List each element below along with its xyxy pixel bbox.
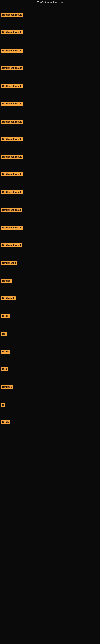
badge-label-7: Bottleneck result [1,120,23,124]
badge-label-14: Bottleneck resul [1,243,22,247]
bottleneck-badge-13: Bottleneck result [1,226,23,230]
bottleneck-badge-22: Bottlene [1,385,13,390]
badge-label-4: Bottleneck result [1,66,23,70]
bottleneck-badge-7: Bottleneck result [1,120,23,124]
bottleneck-badge-6: Bottleneck result [1,102,23,106]
bottleneck-badge-16: Bottlen [1,279,12,284]
bottleneck-badge-19: Bo [1,332,7,337]
badge-label-18: Bottle [1,314,10,318]
badge-label-23: B [1,403,5,407]
bottleneck-badge-23: B [1,403,5,408]
badge-label-5: Bottleneck result [1,84,23,88]
badge-label-15: Bottleneck r [1,261,17,265]
bottleneck-badge-4: Bottleneck result [1,66,23,71]
bottleneck-badge-18: Bottle [1,314,10,319]
bottleneck-badge-9: Bottleneck result [1,155,23,160]
badge-label-13: Bottleneck result [1,226,23,230]
bottleneck-badge-21: Bott [1,367,8,372]
bottleneck-badge-14: Bottleneck resul [1,243,22,248]
badge-label-2: Bottleneck result [1,30,23,34]
badge-label-24: Bottle [1,420,10,424]
site-title-container: TheBottlenecker.com [0,0,100,6]
badge-label-16: Bottlen [1,279,12,283]
badge-label-20: Bottle [1,350,10,354]
bottleneck-badge-1: Bottleneck result [1,13,23,18]
bottleneck-badge-11: Bottleneck result [1,190,23,195]
badge-label-21: Bott [1,367,8,371]
badge-label-22: Bottlene [1,385,13,389]
bottleneck-badge-12: Bottleneck resul [1,208,22,213]
badge-label-19: Bo [1,332,7,336]
badge-label-1: Bottleneck result [1,13,23,17]
badge-label-9: Bottleneck result [1,155,23,159]
badges-container: Bottleneck resultBottleneck resultBottle… [0,6,100,637]
site-title: TheBottlenecker.com [0,0,100,6]
badge-label-11: Bottleneck result [1,190,23,194]
bottleneck-badge-3: Bottleneck result [1,48,23,53]
bottleneck-badge-2: Bottleneck result [1,30,23,35]
badge-label-6: Bottleneck result [1,102,23,106]
bottleneck-badge-24: Bottle [1,420,10,425]
badge-label-12: Bottleneck resul [1,208,22,212]
badge-label-3: Bottleneck result [1,48,23,52]
bottleneck-badge-10: Bottleneck result [1,172,23,177]
bottleneck-badge-20: Bottle [1,350,10,354]
badge-label-8: Bottleneck result [1,138,23,142]
bottleneck-badge-5: Bottleneck result [1,84,23,89]
bottleneck-badge-8: Bottleneck result [1,138,23,142]
bottleneck-badge-15: Bottleneck r [1,261,17,266]
badge-label-17: Bottleneck [1,296,16,300]
badge-label-10: Bottleneck result [1,172,23,176]
bottleneck-badge-17: Bottleneck [1,296,16,301]
